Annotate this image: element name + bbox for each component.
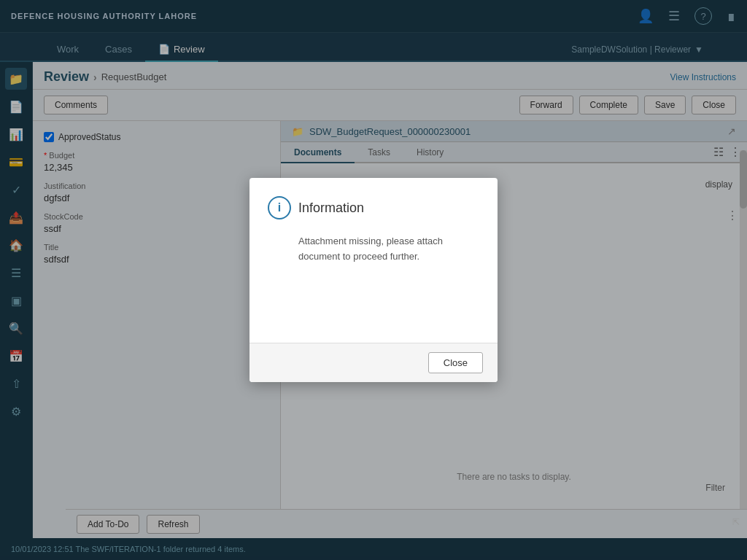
modal-info-icon: i <box>268 196 291 219</box>
modal-overlay: i Information Attachment missing, please… <box>0 0 747 560</box>
modal-body: i Information Attachment missing, please… <box>249 178 498 343</box>
modal-title: Information <box>298 201 364 216</box>
modal-title-row: i Information <box>268 196 479 219</box>
modal-footer: Close <box>249 343 498 382</box>
modal-close-button[interactable]: Close <box>428 352 483 373</box>
modal-dialog: i Information Attachment missing, please… <box>249 178 498 382</box>
modal-message: Attachment missing, please attach docume… <box>268 234 479 265</box>
